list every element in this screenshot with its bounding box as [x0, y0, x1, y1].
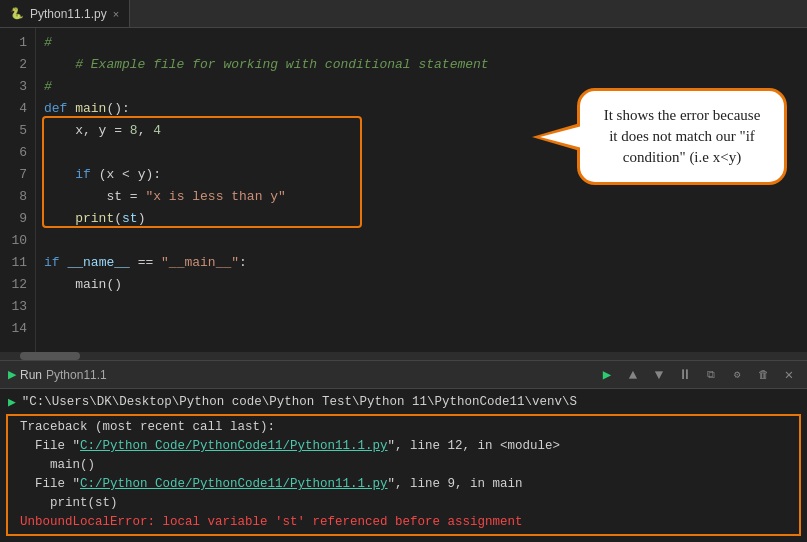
tab-filename: Python11.1.py	[30, 7, 107, 21]
settings-button[interactable]: ⚙	[727, 365, 747, 385]
run-icon: ▶	[8, 368, 16, 381]
cmd-text: "C:\Users\DK\Desktop\Python code\Python …	[22, 393, 577, 412]
run-tab-label: Run	[20, 368, 42, 382]
run-indicator: ▶	[8, 393, 16, 412]
tab-bar: 🐍 Python11.1.py ×	[0, 0, 807, 28]
callout-text: It shows the error because it does not m…	[604, 107, 761, 165]
close-panel-button[interactable]: ✕	[779, 365, 799, 385]
code-line-2: # Example file for working with conditio…	[36, 54, 807, 76]
terminal-output: ▶ "C:\Users\DK\Desktop\Python code\Pytho…	[0, 389, 807, 542]
scrollbar-thumb[interactable]	[20, 352, 80, 360]
editor-area: 1 2 3 4 5 6 7 8 9 10 ▶ 11 12 13 14 # # E…	[0, 28, 807, 352]
scroll-up-button[interactable]: ▲	[623, 365, 643, 385]
scroll-down-button[interactable]: ▼	[649, 365, 669, 385]
traceback-file2: File "C:/Python Code/PythonCode11/Python…	[12, 475, 795, 494]
code-line-8: st = "x is less than y"	[36, 186, 807, 208]
callout-bubble: It shows the error because it does not m…	[577, 88, 787, 185]
code-line-9: print(st)	[36, 208, 807, 230]
horizontal-scrollbar[interactable]	[0, 352, 807, 360]
python-icon: 🐍	[10, 7, 24, 20]
traceback-header: Traceback (most recent call last):	[12, 418, 795, 437]
panel-tab-bar: ▶ Run Python11.1 ▶ ▲ ▼ ⏸ ⧉ ⚙ 🗑 ✕	[0, 361, 807, 389]
run-button[interactable]: ▶	[597, 365, 617, 385]
tab-close-button[interactable]: ×	[113, 8, 119, 20]
callout-arrow-inner	[540, 126, 582, 148]
run-filename: Python11.1	[46, 368, 107, 382]
file2-link[interactable]: C:/Python Code/PythonCode11/Python11.1.p…	[80, 475, 388, 494]
pause-button[interactable]: ⏸	[675, 365, 695, 385]
traceback-print-st: print(st)	[12, 494, 795, 513]
code-line-10	[36, 230, 807, 252]
code-content[interactable]: # # Example file for working with condit…	[36, 28, 807, 352]
code-line-14	[36, 318, 807, 340]
copy-button[interactable]: ⧉	[701, 365, 721, 385]
clear-button[interactable]: 🗑	[753, 365, 773, 385]
panel-controls: ▶ ▲ ▼ ⏸ ⧉ ⚙ 🗑 ✕	[597, 365, 799, 385]
code-line-13	[36, 296, 807, 318]
code-line-1: #	[36, 32, 807, 54]
traceback-file1: File "C:/Python Code/PythonCode11/Python…	[12, 437, 795, 456]
cmd-line: ▶ "C:\Users\DK\Desktop\Python code\Pytho…	[0, 393, 807, 412]
traceback-main-call: main()	[12, 456, 795, 475]
code-line-12: main()	[36, 274, 807, 296]
run-tab[interactable]: ▶ Run Python11.1	[8, 368, 107, 382]
unbound-error: UnboundLocalError: local variable 'st' r…	[12, 513, 795, 532]
editor-tab[interactable]: 🐍 Python11.1.py ×	[0, 0, 130, 27]
file1-link[interactable]: C:/Python Code/PythonCode11/Python11.1.p…	[80, 437, 388, 456]
bottom-panel: ▶ Run Python11.1 ▶ ▲ ▼ ⏸ ⧉ ⚙ 🗑 ✕ ▶ "C:\U…	[0, 360, 807, 542]
error-output-box: Traceback (most recent call last): File …	[6, 414, 801, 536]
code-line-11: if __name__ == "__main__":	[36, 252, 807, 274]
line-numbers: 1 2 3 4 5 6 7 8 9 10 ▶ 11 12 13 14	[0, 28, 36, 352]
